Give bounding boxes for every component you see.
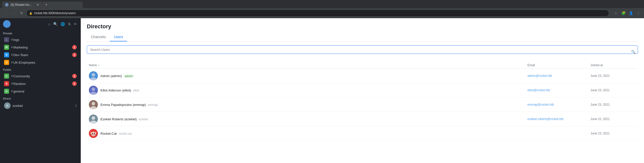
channel-icon-general: G	[4, 89, 9, 94]
table-row[interactable]: Admin (admin) admin admin@rocket.htb Jun…	[87, 69, 638, 83]
user-info-ezekiel: Ezekiel Roberts (ezekiel) ezekiel	[89, 114, 527, 124]
directory-header: Directory Channels Users	[81, 18, 644, 41]
active-tab[interactable]: 🚀 (5) Rocket Inc... ✕	[2, 2, 42, 8]
hash-icon: #	[11, 61, 13, 64]
bookmark-button[interactable]: ☆	[612, 10, 619, 17]
sidebar-item-ezekiel-dm[interactable]: O ezekiel 1	[1, 101, 80, 110]
channel-label-ukemployees: UK-Employees	[13, 61, 77, 64]
forward-button[interactable]: →	[10, 10, 17, 17]
tab-title: (5) Rocket Inc...	[11, 3, 32, 7]
avatar-elliot	[89, 86, 98, 95]
user-info-elliot: Elliot Alderson (elliot) elliot	[89, 86, 527, 95]
svg-point-1	[92, 73, 95, 77]
user-info-rocketcat: Rocket.Cat rocket.cat	[89, 129, 527, 138]
badge-community: 1	[72, 74, 77, 78]
user-name-emma: Emma Papadopoulos (emmap) emmap	[100, 103, 158, 107]
settings-button[interactable]: ⋮	[635, 10, 642, 17]
channel-label-logs: logs	[13, 38, 77, 42]
joined-elliot: June 23, 2021	[591, 88, 636, 92]
avatar-admin	[89, 71, 98, 80]
hash-icon: #	[11, 38, 13, 41]
sidebar-item-devteam[interactable]: D # Dev-Team 1	[1, 51, 80, 59]
tab-favicon: 🚀	[5, 3, 9, 7]
table-header: Name ∨ Email Joined at	[87, 62, 638, 69]
channel-icon-devteam: D	[4, 52, 9, 57]
sidebar: ⌂ 🔍 🌐 ⇅ ✏ Private L # logs M # Marketing…	[0, 18, 81, 163]
svg-point-17	[94, 133, 95, 134]
channel-icon-ukemployees: U	[4, 60, 9, 65]
user-avatar[interactable]	[3, 20, 11, 28]
search-icon: 🔍	[631, 50, 635, 54]
svg-point-18	[93, 134, 94, 135]
email-elliot: elliot@rocket.htb	[527, 88, 591, 92]
svg-point-16	[92, 133, 93, 134]
search-input[interactable]	[87, 45, 638, 54]
channel-label-general: general	[13, 89, 77, 93]
reload-button[interactable]: ↻	[18, 10, 25, 17]
browser-nav-icons: ☆ 🧩 👤 ⋮	[612, 10, 642, 17]
search-button[interactable]: 🔍	[52, 21, 58, 27]
url-display: rocket.htb:3000/directory/users	[34, 11, 606, 15]
sort-arrow-name: ∨	[98, 64, 100, 67]
badge-marketing: 1	[72, 45, 77, 50]
table-row[interactable]: Rocket.Cat rocket.cat June 23, 2021	[87, 126, 638, 141]
sidebar-item-community[interactable]: C # Community 1	[1, 72, 80, 80]
extensions-button[interactable]: 🧩	[620, 10, 627, 17]
joined-ezekiel: June 22, 2021	[591, 117, 636, 121]
sidebar-item-random[interactable]: R # Random 1	[1, 80, 80, 87]
sidebar-item-general[interactable]: G # general	[1, 87, 80, 95]
sidebar-header: ⌂ 🔍 🌐 ⇅ ✏	[0, 18, 81, 30]
email-admin: admin@rocket.htb	[527, 74, 591, 78]
channel-label-community: Community	[13, 74, 72, 78]
badge-random: 1	[72, 81, 77, 86]
channel-label-random: Random	[13, 82, 72, 86]
col-name[interactable]: Name ∨	[89, 63, 527, 67]
sidebar-item-ukemployees[interactable]: U # UK-Employees	[1, 59, 80, 66]
svg-point-7	[92, 102, 95, 105]
sidebar-actions: ⌂ 🔍 🌐 ⇅ ✏	[47, 21, 78, 27]
tab-channels[interactable]: Channels	[87, 33, 110, 41]
hash-icon: #	[11, 45, 13, 49]
dm-count-ezekiel: 1	[75, 104, 77, 107]
private-section-label: Private	[0, 30, 81, 36]
svg-point-4	[92, 87, 95, 91]
channel-icon-random: R	[4, 81, 9, 86]
tab-users[interactable]: Users	[110, 33, 127, 41]
security-icon: 🔒	[29, 12, 33, 15]
tabs-container: Channels Users	[87, 33, 638, 41]
channel-icon-logs: L	[4, 37, 9, 42]
avatar-ezekiel	[89, 114, 98, 124]
sort-button[interactable]: ⇅	[67, 21, 72, 27]
direct-section-label: Direct	[0, 95, 81, 101]
table-row[interactable]: Elliot Alderson (elliot) elliot elliot@r…	[87, 83, 638, 98]
svg-point-13	[91, 132, 96, 136]
table-row[interactable]: Ezekiel Roberts (ezekiel) ezekiel ezekie…	[87, 112, 638, 126]
user-name-rocketcat: Rocket.Cat rocket.cat	[100, 132, 132, 135]
user-info-admin: Admin (admin) admin	[89, 71, 527, 80]
browser-nav: ← → ↻ 🔒 rocket.htb:3000/directory/users …	[0, 8, 644, 18]
table-row[interactable]: Emma Papadopoulos (emmap) emmap emmap@ro…	[87, 98, 638, 112]
dm-avatar-ezekiel: O	[4, 102, 11, 109]
tab-close-button[interactable]: ✕	[36, 3, 39, 7]
hash-icon: #	[11, 82, 13, 85]
public-section-label: Public	[0, 66, 81, 72]
svg-point-10	[92, 116, 95, 120]
address-bar[interactable]: 🔒 rocket.htb:3000/directory/users	[26, 10, 609, 17]
channel-icon-marketing: M	[4, 45, 9, 50]
new-tab-button[interactable]: +	[42, 2, 83, 8]
compose-button[interactable]: ✏	[73, 21, 78, 27]
hash-icon: #	[11, 53, 13, 57]
email-emma: emmap@rocket.htb	[527, 103, 591, 106]
hash-icon: #	[11, 74, 13, 78]
sidebar-item-marketing[interactable]: M # Marketing 1	[1, 43, 80, 51]
user-info-emma: Emma Papadopoulos (emmap) emmap	[89, 100, 527, 109]
hash-icon: #	[11, 89, 13, 93]
channel-label-marketing: Marketing	[13, 45, 72, 49]
globe-button[interactable]: 🌐	[60, 21, 66, 27]
main-content: Directory Channels Users 🔍 Name ∨ Email	[81, 18, 644, 163]
back-button[interactable]: ←	[2, 10, 9, 17]
home-button[interactable]: ⌂	[47, 21, 51, 27]
sidebar-item-logs[interactable]: L # logs	[1, 36, 80, 43]
user-name-ezekiel: Ezekiel Roberts (ezekiel) ezekiel	[100, 117, 148, 121]
profile-button[interactable]: 👤	[627, 10, 634, 17]
